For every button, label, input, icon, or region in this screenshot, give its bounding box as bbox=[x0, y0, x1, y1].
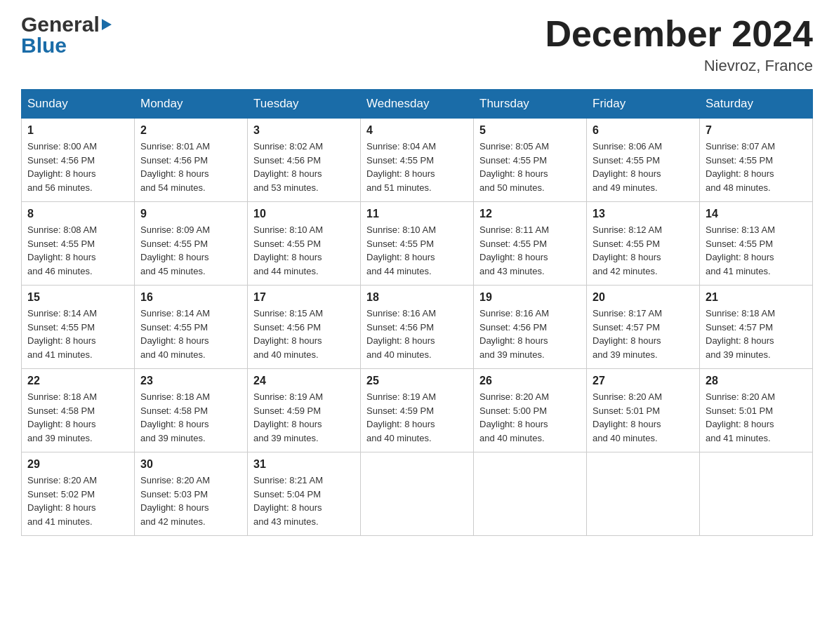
day-info: Sunrise: 8:19 AMSunset: 4:59 PMDaylight:… bbox=[366, 390, 468, 445]
weekday-header-monday: Monday bbox=[135, 90, 248, 119]
month-title: December 2024 bbox=[545, 14, 813, 54]
day-info: Sunrise: 8:13 AMSunset: 4:55 PMDaylight:… bbox=[706, 223, 807, 278]
day-info: Sunrise: 8:21 AMSunset: 5:04 PMDaylight:… bbox=[253, 474, 355, 528]
calendar-week-row: 1Sunrise: 8:00 AMSunset: 4:56 PMDaylight… bbox=[22, 119, 813, 202]
day-info: Sunrise: 8:00 AMSunset: 4:56 PMDaylight:… bbox=[27, 140, 128, 194]
calendar-day-cell bbox=[587, 452, 700, 536]
title-area: December 2024 Nievroz, France bbox=[545, 14, 813, 75]
day-info: Sunrise: 8:04 AMSunset: 4:55 PMDaylight:… bbox=[366, 140, 468, 194]
calendar-day-cell: 23Sunrise: 8:18 AMSunset: 4:58 PMDayligh… bbox=[135, 369, 248, 452]
day-number: 7 bbox=[706, 124, 807, 137]
calendar-day-cell: 24Sunrise: 8:19 AMSunset: 4:59 PMDayligh… bbox=[248, 369, 361, 452]
calendar-day-cell: 13Sunrise: 8:12 AMSunset: 4:55 PMDayligh… bbox=[587, 202, 700, 286]
day-number: 6 bbox=[593, 124, 694, 137]
day-number: 1 bbox=[27, 124, 128, 137]
weekday-header-sunday: Sunday bbox=[22, 90, 135, 119]
weekday-header-wednesday: Wednesday bbox=[361, 90, 474, 119]
calendar-day-cell: 7Sunrise: 8:07 AMSunset: 4:55 PMDaylight… bbox=[700, 119, 813, 202]
day-info: Sunrise: 8:10 AMSunset: 4:55 PMDaylight:… bbox=[253, 223, 355, 278]
calendar-day-cell: 22Sunrise: 8:18 AMSunset: 4:58 PMDayligh… bbox=[22, 369, 135, 452]
day-number: 14 bbox=[706, 208, 807, 220]
day-info: Sunrise: 8:14 AMSunset: 4:55 PMDaylight:… bbox=[27, 307, 128, 361]
calendar-day-cell: 27Sunrise: 8:20 AMSunset: 5:01 PMDayligh… bbox=[587, 369, 700, 452]
day-number: 5 bbox=[479, 124, 581, 137]
calendar-day-cell: 6Sunrise: 8:06 AMSunset: 4:55 PMDaylight… bbox=[587, 119, 700, 202]
calendar-day-cell: 12Sunrise: 8:11 AMSunset: 4:55 PMDayligh… bbox=[474, 202, 587, 286]
weekday-header-thursday: Thursday bbox=[474, 90, 587, 119]
calendar-day-cell: 8Sunrise: 8:08 AMSunset: 4:55 PMDaylight… bbox=[22, 202, 135, 286]
calendar-day-cell: 29Sunrise: 8:20 AMSunset: 5:02 PMDayligh… bbox=[22, 452, 135, 536]
calendar-week-row: 8Sunrise: 8:08 AMSunset: 4:55 PMDaylight… bbox=[22, 202, 813, 286]
day-number: 20 bbox=[593, 291, 694, 304]
calendar-day-cell: 28Sunrise: 8:20 AMSunset: 5:01 PMDayligh… bbox=[700, 369, 813, 452]
day-number: 9 bbox=[140, 208, 241, 220]
calendar-table: SundayMondayTuesdayWednesdayThursdayFrid… bbox=[21, 89, 813, 536]
calendar-week-row: 29Sunrise: 8:20 AMSunset: 5:02 PMDayligh… bbox=[22, 452, 813, 536]
calendar-day-cell bbox=[474, 452, 587, 536]
day-info: Sunrise: 8:12 AMSunset: 4:55 PMDaylight:… bbox=[593, 223, 694, 278]
day-info: Sunrise: 8:20 AMSunset: 5:02 PMDaylight:… bbox=[27, 474, 128, 528]
calendar-day-cell: 3Sunrise: 8:02 AMSunset: 4:56 PMDaylight… bbox=[248, 119, 361, 202]
calendar-day-cell: 9Sunrise: 8:09 AMSunset: 4:55 PMDaylight… bbox=[135, 202, 248, 286]
day-number: 15 bbox=[27, 291, 128, 304]
weekday-header-tuesday: Tuesday bbox=[248, 90, 361, 119]
logo: General Blue bbox=[21, 14, 112, 56]
logo-blue-text: Blue bbox=[21, 35, 112, 56]
day-number: 19 bbox=[479, 291, 581, 304]
calendar-week-row: 15Sunrise: 8:14 AMSunset: 4:55 PMDayligh… bbox=[22, 286, 813, 369]
weekday-header-saturday: Saturday bbox=[700, 90, 813, 119]
calendar-day-cell: 21Sunrise: 8:18 AMSunset: 4:57 PMDayligh… bbox=[700, 286, 813, 369]
day-number: 22 bbox=[27, 375, 128, 387]
day-info: Sunrise: 8:20 AMSunset: 5:03 PMDaylight:… bbox=[140, 474, 241, 528]
calendar-day-cell bbox=[361, 452, 474, 536]
logo-arrow-icon bbox=[102, 19, 112, 30]
day-number: 2 bbox=[140, 124, 241, 137]
day-number: 13 bbox=[593, 208, 694, 220]
day-number: 17 bbox=[253, 291, 355, 304]
day-info: Sunrise: 8:06 AMSunset: 4:55 PMDaylight:… bbox=[593, 140, 694, 194]
day-info: Sunrise: 8:19 AMSunset: 4:59 PMDaylight:… bbox=[253, 390, 355, 445]
day-info: Sunrise: 8:05 AMSunset: 4:55 PMDaylight:… bbox=[479, 140, 581, 194]
day-info: Sunrise: 8:16 AMSunset: 4:56 PMDaylight:… bbox=[479, 307, 581, 361]
calendar-day-cell: 31Sunrise: 8:21 AMSunset: 5:04 PMDayligh… bbox=[248, 452, 361, 536]
day-info: Sunrise: 8:08 AMSunset: 4:55 PMDaylight:… bbox=[27, 223, 128, 278]
day-info: Sunrise: 8:18 AMSunset: 4:57 PMDaylight:… bbox=[706, 307, 807, 361]
day-info: Sunrise: 8:17 AMSunset: 4:57 PMDaylight:… bbox=[593, 307, 694, 361]
day-info: Sunrise: 8:01 AMSunset: 4:56 PMDaylight:… bbox=[140, 140, 241, 194]
day-info: Sunrise: 8:14 AMSunset: 4:55 PMDaylight:… bbox=[140, 307, 241, 361]
day-info: Sunrise: 8:18 AMSunset: 4:58 PMDaylight:… bbox=[27, 390, 128, 445]
day-info: Sunrise: 8:20 AMSunset: 5:01 PMDaylight:… bbox=[706, 390, 807, 445]
calendar-day-cell: 18Sunrise: 8:16 AMSunset: 4:56 PMDayligh… bbox=[361, 286, 474, 369]
day-number: 29 bbox=[27, 458, 128, 471]
day-info: Sunrise: 8:15 AMSunset: 4:56 PMDaylight:… bbox=[253, 307, 355, 361]
weekday-header-row: SundayMondayTuesdayWednesdayThursdayFrid… bbox=[22, 90, 813, 119]
calendar-day-cell: 17Sunrise: 8:15 AMSunset: 4:56 PMDayligh… bbox=[248, 286, 361, 369]
day-number: 12 bbox=[479, 208, 581, 220]
calendar-day-cell: 30Sunrise: 8:20 AMSunset: 5:03 PMDayligh… bbox=[135, 452, 248, 536]
calendar-day-cell bbox=[700, 452, 813, 536]
calendar-day-cell: 14Sunrise: 8:13 AMSunset: 4:55 PMDayligh… bbox=[700, 202, 813, 286]
day-number: 27 bbox=[593, 375, 694, 387]
day-number: 21 bbox=[706, 291, 807, 304]
page-header: General Blue December 2024 Nievroz, Fran… bbox=[21, 14, 813, 75]
day-number: 4 bbox=[366, 124, 468, 137]
calendar-day-cell: 1Sunrise: 8:00 AMSunset: 4:56 PMDaylight… bbox=[22, 119, 135, 202]
day-number: 24 bbox=[253, 375, 355, 387]
day-number: 31 bbox=[253, 458, 355, 471]
day-info: Sunrise: 8:09 AMSunset: 4:55 PMDaylight:… bbox=[140, 223, 241, 278]
calendar-day-cell: 11Sunrise: 8:10 AMSunset: 4:55 PMDayligh… bbox=[361, 202, 474, 286]
calendar-day-cell: 10Sunrise: 8:10 AMSunset: 4:55 PMDayligh… bbox=[248, 202, 361, 286]
day-number: 16 bbox=[140, 291, 241, 304]
day-number: 11 bbox=[366, 208, 468, 220]
logo-general-text: General bbox=[21, 14, 100, 35]
day-number: 3 bbox=[253, 124, 355, 137]
calendar-day-cell: 26Sunrise: 8:20 AMSunset: 5:00 PMDayligh… bbox=[474, 369, 587, 452]
day-number: 25 bbox=[366, 375, 468, 387]
calendar-week-row: 22Sunrise: 8:18 AMSunset: 4:58 PMDayligh… bbox=[22, 369, 813, 452]
day-info: Sunrise: 8:02 AMSunset: 4:56 PMDaylight:… bbox=[253, 140, 355, 194]
day-number: 18 bbox=[366, 291, 468, 304]
day-number: 28 bbox=[706, 375, 807, 387]
calendar-day-cell: 5Sunrise: 8:05 AMSunset: 4:55 PMDaylight… bbox=[474, 119, 587, 202]
location-text: Nievroz, France bbox=[545, 57, 813, 75]
calendar-day-cell: 25Sunrise: 8:19 AMSunset: 4:59 PMDayligh… bbox=[361, 369, 474, 452]
